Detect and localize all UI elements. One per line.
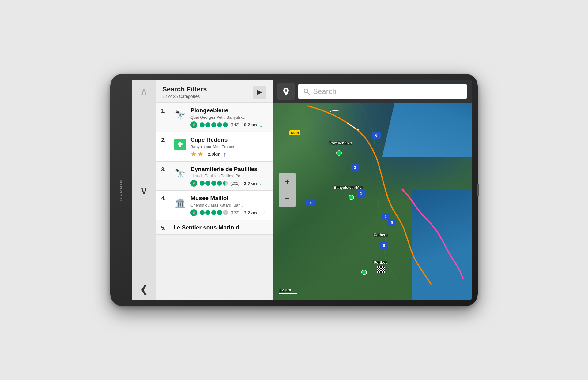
zoom-in-button[interactable]: +	[279, 173, 296, 190]
star-1: ★	[190, 150, 197, 158]
poi-item-5[interactable]: 5. Le Sentier sous-Marin d	[156, 220, 273, 235]
poi-name-5: Le Sentier sous-Marin d	[173, 224, 268, 231]
scroll-down-arrow[interactable]: ∨	[140, 185, 148, 196]
poi-details-1: Plongeebleue Quai Georges Petit, Banyuls…	[190, 107, 268, 129]
map-pin-2: 2	[381, 213, 390, 220]
map-pin-8: 8	[380, 242, 388, 249]
city-label-cerbere: Cerbère	[374, 233, 387, 237]
poi-number-5: 5.	[161, 224, 170, 231]
city-label-portbou: Portbou	[374, 260, 388, 265]
map-panel: Search + − D914 Port-Vendres Banyuls-sur…	[273, 80, 472, 300]
rating-dots-4	[200, 210, 228, 215]
location-pin-icon	[281, 87, 291, 96]
dot-3-2	[205, 181, 210, 186]
road-sign-d914: D914	[289, 130, 300, 135]
city-label-port-vendres: Port-Vendres	[329, 141, 352, 145]
dot-4-2	[205, 210, 210, 215]
tripadvisor-icon-1: 🦉	[190, 121, 197, 128]
nav-arrows: ∧ ∨ ❮	[132, 80, 156, 300]
scale-line	[279, 293, 297, 294]
search-bar[interactable]: Search	[298, 84, 467, 99]
header-text: Search Filters 22 of 25 Categories	[162, 85, 207, 99]
poi-details-5: Le Sentier sous-Marin d	[173, 224, 268, 231]
review-count-4: (132)	[230, 210, 239, 215]
screen: ∧ ∨ ❮ Search Filters 22 of 25 Categories…	[132, 80, 472, 300]
poi-list: 1. 🔭 Plongeebleue Quai Georges Petit, Ba…	[156, 103, 273, 300]
poi-address-2: Banyuls-sur-Mer, France	[190, 144, 268, 149]
poi-details-2: Cape Réderis Banyuls-sur-Mer, France ★ ★…	[190, 136, 268, 158]
direction-arrow-1: ↓	[259, 121, 263, 129]
list-content: Search Filters 22 of 25 Categories ▶ 1. …	[156, 80, 273, 300]
binoculars-icon-3: 🔭	[175, 169, 186, 179]
poi-number-2: 2.	[161, 136, 170, 143]
poi-item-4[interactable]: 4. 🏛️ Musee Maillol Chemin du Mas Xatard…	[156, 191, 273, 220]
map-pin-1: 1	[357, 190, 365, 197]
svg-line-7	[307, 92, 309, 94]
city-label-banyuls: Banyuls-sur-Mer	[334, 185, 363, 190]
header-title: Search Filters	[162, 85, 207, 93]
michelin-icon	[174, 139, 186, 150]
poi-number-1: 1.	[161, 107, 170, 114]
dot-4-1	[200, 210, 205, 215]
scroll-up-arrow[interactable]: ∧	[140, 86, 148, 97]
binoculars-icon: 🔭	[175, 110, 186, 120]
side-button[interactable]	[477, 184, 479, 196]
poi-name-4: Musee Maillol	[190, 195, 268, 202]
back-arrow[interactable]: ❮	[140, 284, 148, 294]
search-placeholder: Search	[313, 87, 336, 96]
brand-label: GARMIN	[119, 179, 123, 201]
poi-meta-3: 🦉 (201) 2.7km	[190, 179, 268, 187]
dot-4	[217, 122, 222, 127]
poi-number-3: 3.	[161, 166, 170, 173]
dot-5	[223, 122, 228, 127]
review-count-1: (142)	[230, 122, 239, 127]
search-filters-header: Search Filters 22 of 25 Categories ▶	[156, 80, 273, 103]
header-subtitle: 22 of 25 Categories	[162, 94, 207, 99]
poi-icon-binoculars-1: 🔭	[173, 108, 187, 122]
poi-details-4: Musee Maillol Chemin du Mas Xatard, Ban.…	[190, 195, 268, 217]
tripadvisor-icon-3: 🦉	[190, 180, 197, 187]
rating-dots-3	[200, 181, 228, 186]
zoom-controls: + −	[279, 173, 296, 207]
poi-address-3: Lieu-dit Paulilles Polilles, Po...	[190, 173, 268, 178]
left-panel: ∧ ∨ ❮ Search Filters 22 of 25 Categories…	[132, 80, 273, 300]
tripadvisor-icon-4: 🦉	[190, 209, 197, 216]
map-svg	[273, 80, 472, 287]
poi-name-2: Cape Réderis	[190, 136, 268, 143]
poi-meta-2: ★ ★ 2.0km ↑	[190, 150, 268, 158]
direction-arrow-4: →	[259, 209, 266, 217]
svg-point-4	[181, 143, 183, 145]
dot-3-5	[223, 181, 228, 186]
device-body: GARMIN ∧ ∨ ❮ Search Filters 22 of	[110, 74, 478, 306]
map-header: Search	[273, 80, 472, 103]
poi-item-3[interactable]: 3. 🔭 Dynamiterie de Paulilles Lieu-dit P…	[156, 162, 273, 191]
poi-name-1: Plongeebleue	[190, 107, 268, 114]
poi-address-1: Quai Georges Petit, Banyuls-...	[190, 115, 268, 120]
map-pin-3: 3	[351, 164, 359, 171]
zoom-out-button[interactable]: −	[279, 190, 296, 207]
review-count-3: (201)	[230, 181, 239, 186]
map-pin-4: 4	[306, 199, 315, 206]
scale-bar: 1.2 km	[279, 288, 297, 294]
stars-2: ★ ★	[190, 150, 203, 158]
dot-3-4	[217, 181, 222, 186]
svg-point-3	[178, 143, 179, 145]
dot-4-5	[223, 210, 228, 215]
poi-item-1[interactable]: 1. 🔭 Plongeebleue Quai Georges Petit, Ba…	[156, 103, 273, 132]
poi-details-3: Dynamiterie de Paulilles Lieu-dit Paulil…	[190, 166, 268, 188]
map-pin-6: 6	[372, 132, 381, 139]
museum-icon: 🏛️	[175, 198, 186, 208]
svg-point-2	[179, 146, 181, 147]
poi-meta-4: 🦉 (132) 3.2km	[190, 209, 268, 217]
scale-label: 1.2 km	[279, 288, 291, 292]
poi-address-4: Chemin du Mas Xatard, Ban...	[190, 203, 268, 207]
dot-3-3	[211, 181, 216, 186]
header-next-arrow[interactable]: ▶	[253, 86, 266, 99]
dot-3	[211, 122, 216, 127]
distance-2: 2.0km	[208, 151, 221, 157]
map-pin-5: 5	[387, 219, 396, 226]
star-2: ★	[197, 150, 203, 158]
poi-number-4: 4.	[161, 195, 170, 202]
location-button[interactable]	[277, 83, 295, 100]
poi-item-2[interactable]: 2.	[156, 132, 273, 162]
